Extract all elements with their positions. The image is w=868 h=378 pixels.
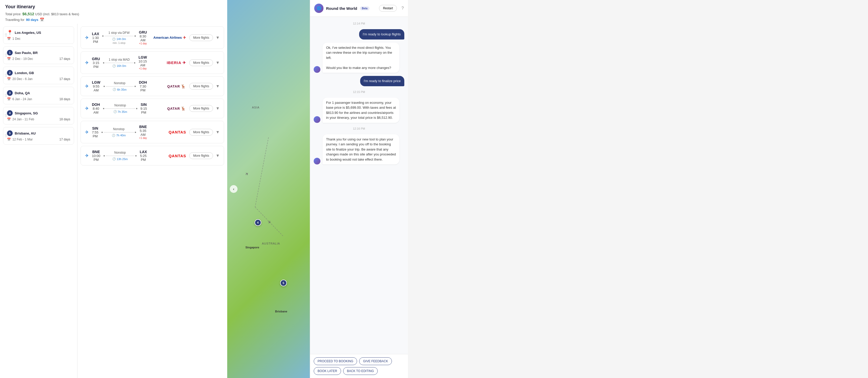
stop-label-5: Nonstop (113, 127, 125, 131)
arrive-time-3: 7:30 (139, 85, 147, 88)
drag-handle-1[interactable]: ⠿ (4, 53, 7, 58)
user-message-2-wrapper: I'm ready to finalize price (314, 76, 404, 86)
bot-avatar-2 (314, 116, 320, 123)
drag-handle-origin[interactable]: ⠿ (4, 33, 7, 38)
stop-3-dates: 6 Jan - 24 Jan (12, 97, 58, 101)
flight-line-1 (102, 35, 136, 37)
flight-dot-left-4 (103, 108, 104, 109)
stop-5-dates-row: 📅 12 Feb - 1 Mar 17 days (7, 137, 70, 141)
depart-code-6: BNE (92, 150, 100, 154)
flight-depart-6: BNE 10:00 PM (92, 150, 100, 162)
chat-messages: 12:14 PM I'm ready to lookup flights Ok,… (310, 17, 408, 354)
aa-eagle-1: ✈ (183, 35, 186, 40)
stop-item-1: 1 Sao Paulo, BR 📅 2 Dec - 19 Dec 17 days… (3, 46, 74, 64)
travel-days-row: Travelling for 90 days 📅 (5, 18, 222, 22)
more-flights-btn-6[interactable]: More flights (189, 152, 213, 159)
chat-restart-button[interactable]: Restart (379, 5, 397, 11)
clock-icon-3: 🕐 (113, 88, 116, 91)
chat-footer: PROCEED TO BOOKING GIVE FEEDBACK BOOK LA… (310, 354, 408, 378)
arrive-ampm-3: PM (139, 88, 147, 92)
total-price-currency: USD (incl. $813 taxes & fees) (35, 12, 79, 16)
clock-icon-2: 🕐 (112, 64, 116, 68)
depart-time-1: 1:30 (92, 36, 99, 40)
flight-arrive-4: SIN 9:15 PM (141, 102, 147, 115)
arrive-code-1: GRU (139, 30, 147, 34)
stop-4-dates-row: 📅 24 Jan - 11 Feb 18 days (7, 118, 70, 121)
map-collapse-button[interactable]: ‹ (230, 185, 238, 193)
map-background: ‹ ✈ ✈ ASIA AUSTRALIA 4 Singapore 5 Brisb… (227, 0, 310, 378)
flight-dot-right-6 (135, 155, 136, 156)
plane-icon-1: ✈ (85, 35, 89, 40)
chat-title: Round the World (326, 6, 357, 10)
arrive-code-3: DOH (139, 80, 147, 85)
expand-arrow-1[interactable]: ▼ (216, 35, 220, 40)
flight-actions-2: More flights ▼ (189, 59, 220, 66)
expand-arrow-6[interactable]: ▼ (216, 153, 220, 158)
flight-dot-right-1 (134, 35, 136, 37)
expand-arrow-2[interactable]: ▼ (216, 60, 220, 65)
arrive-ampm-2: AM (138, 63, 147, 67)
more-flights-btn-1[interactable]: More flights (189, 34, 213, 41)
drag-handle-3[interactable]: ⠿ (4, 93, 7, 98)
svg-text:✈: ✈ (244, 171, 250, 177)
flight-depart-5: SIN 7:55 PM (92, 126, 98, 138)
flight-line-6 (103, 155, 137, 156)
flight-duration-5: 🕐 7h 40m (112, 134, 126, 137)
flight-duration-3: 🕐 6h 35m (113, 88, 126, 91)
flight-dot-left-2 (103, 62, 104, 64)
flight-times-1: LAX 1:30 PM (92, 32, 99, 44)
flight-dot-left-5 (101, 132, 103, 133)
origin-pin-icon: 📍 (7, 30, 13, 35)
flight-middle-4: Nonstop 🕐 7h 35m (103, 103, 137, 113)
bot-avatar-1 (314, 66, 320, 73)
itinerary-content: 📍 Los Angeles, US 📅 1 Dec ⠿ 1 Sao Paulo,… (0, 24, 227, 378)
depart-time-6: 10:00 (92, 154, 100, 158)
stop-2-name: London, GB (15, 71, 34, 75)
drag-handle-5[interactable]: ⠿ (4, 133, 7, 138)
expand-arrow-5[interactable]: ▼ (216, 130, 220, 134)
flight-card-4: ✈ DOH 8:40 AM Nonstop (81, 99, 224, 118)
depart-code-3: LGW (92, 80, 100, 85)
flight-times-3: LGW 9:55 AM (92, 80, 100, 92)
flight-actions-5: More flights ▼ (189, 129, 220, 135)
give-feedback-button[interactable]: GIVE FEEDBACK (359, 357, 392, 365)
australia-label: AUSTRALIA (262, 242, 280, 245)
expand-arrow-3[interactable]: ▼ (216, 84, 220, 89)
arrive-time-1: 8:30 (139, 34, 147, 38)
flight-actions-3: More flights ▼ (189, 83, 220, 90)
back-to-editing-button[interactable]: BACK TO EDITING (343, 367, 378, 375)
more-flights-btn-2[interactable]: More flights (189, 59, 213, 66)
duration-text-6: 13h 25m (117, 158, 128, 161)
arrive-time-5: 5:35 (139, 129, 147, 133)
stop-item-3: 3 Doha, QA 📅 6 Jan - 24 Jan 18 days ⠿ (3, 87, 74, 104)
map-pin-singapore: 4 (254, 219, 261, 226)
flight-dot-right-3 (134, 86, 136, 87)
stop-label-2: 1 stop via MAD (109, 58, 130, 61)
stop-1-header: 1 Sao Paulo, BR (7, 50, 70, 56)
book-later-button[interactable]: BOOK LATER (314, 367, 341, 375)
flight-line-2 (103, 62, 135, 64)
proceed-to-booking-button[interactable]: PROCEED TO BOOKING (314, 357, 357, 365)
plane-icon-2: ✈ (85, 60, 89, 66)
drag-handle-2[interactable]: ⠿ (4, 73, 7, 78)
more-flights-btn-4[interactable]: More flights (189, 105, 213, 112)
expand-arrow-4[interactable]: ▼ (216, 106, 220, 111)
drag-handle-4[interactable]: ⠿ (4, 113, 7, 118)
arrive-code-6: LAX (140, 150, 147, 154)
flight-line-inner-2 (105, 63, 133, 63)
flight-card-2: ✈ GRU 3:15 PM 1 stop via MAD (81, 52, 224, 74)
calendar-icon-1: 📅 (7, 57, 11, 61)
stop-number-5: 5 (7, 130, 13, 136)
arrive-code-5: BNE (139, 125, 147, 129)
flight-card-3: ✈ LGW 9:55 AM Nonstop (81, 76, 224, 96)
more-flights-btn-3[interactable]: More flights (189, 83, 213, 90)
more-flights-btn-5[interactable]: More flights (189, 129, 213, 135)
calendar-icon-5: 📅 (7, 137, 11, 141)
airline-logo-2: IBERIA ✈ (150, 60, 186, 65)
stop-item-4: 4 Singapore, SG 📅 24 Jan - 11 Feb 18 day… (3, 107, 74, 124)
stop-4-duration: 18 days (59, 118, 70, 121)
airline-logo-1: American Airlines ✈ (150, 35, 186, 40)
stop-2-dates: 20 Dec - 6 Jan (12, 77, 58, 81)
chat-help-icon[interactable]: ? (401, 6, 404, 10)
stop-1-dates: 2 Dec - 19 Dec (12, 57, 58, 61)
